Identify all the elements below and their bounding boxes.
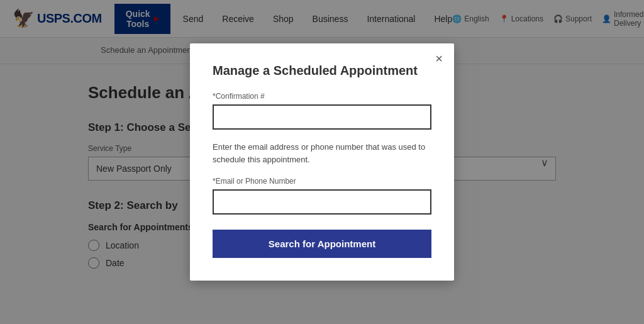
email-phone-input[interactable] <box>213 189 431 215</box>
confirmation-label: *Confirmation # <box>213 92 431 101</box>
search-appointment-button[interactable]: Search for Appointment <box>213 230 431 258</box>
manage-appointment-modal: × Manage a Scheduled Appointment *Confir… <box>190 43 454 281</box>
modal-close-button[interactable]: × <box>435 52 443 65</box>
modal-overlay: × Manage a Scheduled Appointment *Confir… <box>0 0 644 324</box>
modal-hint: Enter the email address or phone number … <box>213 141 431 165</box>
modal-title: Manage a Scheduled Appointment <box>213 64 431 78</box>
confirmation-input[interactable] <box>213 104 431 130</box>
email-phone-label: *Email or Phone Number <box>213 177 431 186</box>
